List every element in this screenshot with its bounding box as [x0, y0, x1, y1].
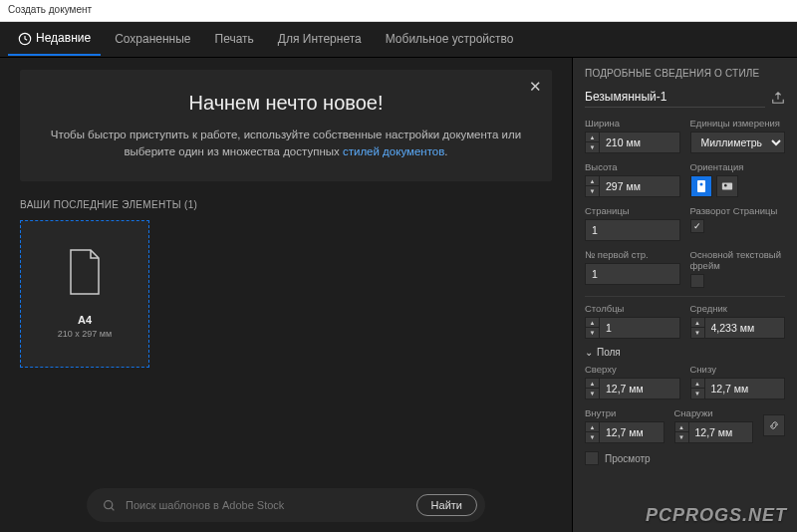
preview-checkbox[interactable]: [585, 451, 599, 465]
tab-web[interactable]: Для Интернета: [268, 24, 372, 56]
units-select[interactable]: Миллиметры: [690, 132, 786, 153]
margin-inside-label: Внутри: [585, 407, 664, 418]
height-stepper[interactable]: ▲▼: [585, 175, 680, 197]
tab-print[interactable]: Печать: [205, 24, 264, 56]
margins-toggle[interactable]: ⌄Поля: [585, 347, 785, 358]
pages-label: Страницы: [585, 205, 680, 216]
svg-point-5: [724, 184, 727, 187]
height-input[interactable]: [600, 180, 679, 192]
tab-mobile[interactable]: Мобильное устройство: [376, 24, 524, 56]
margin-outside-label: Снаружи: [674, 407, 754, 418]
margin-top-input[interactable]: [600, 383, 679, 395]
margin-inside-input[interactable]: [600, 426, 664, 438]
units-label: Единицы измерения: [690, 118, 786, 129]
textframe-checkbox[interactable]: [690, 274, 704, 288]
facing-label: Разворот Страницы: [690, 205, 786, 216]
link-margins-icon[interactable]: [763, 414, 785, 436]
gutter-input[interactable]: [705, 322, 785, 334]
category-tabs: Недавние Сохраненные Печать Для Интернет…: [0, 22, 797, 58]
margin-outside-input[interactable]: [689, 426, 753, 438]
height-label: Высота: [585, 161, 680, 172]
find-button[interactable]: Найти: [416, 494, 477, 516]
margin-bottom-stepper[interactable]: ▲▼: [690, 378, 786, 399]
search-bar: Найти: [87, 488, 485, 522]
width-stepper[interactable]: ▲▼: [585, 132, 680, 153]
columns-label: Столбцы: [585, 303, 680, 314]
pages-stepper[interactable]: [585, 219, 680, 241]
gutter-label: Средник: [690, 303, 786, 314]
startpage-stepper[interactable]: [585, 263, 680, 285]
window-titlebar: Создать документ: [0, 0, 797, 22]
svg-rect-2: [697, 180, 705, 192]
margin-top-label: Сверху: [585, 364, 680, 375]
margin-top-stepper[interactable]: ▲▼: [585, 378, 680, 399]
width-input[interactable]: [600, 136, 679, 148]
details-header: ПОДРОБНЫЕ СВЕДЕНИЯ О СТИЛЕ: [585, 68, 785, 79]
chevron-down-icon: ⌄: [585, 347, 593, 358]
save-preset-icon[interactable]: [771, 91, 785, 105]
margin-bottom-label: Снизу: [690, 364, 786, 375]
width-label: Ширина: [585, 118, 680, 129]
margin-outside-stepper[interactable]: ▲▼: [674, 421, 754, 443]
welcome-panel: ✕ Начнем нечто новое! Чтобы быстро прист…: [20, 70, 552, 181]
textframe-label: Основной текстовый фрейм: [690, 249, 786, 271]
svg-point-1: [105, 500, 113, 508]
search-input[interactable]: [126, 499, 406, 511]
clock-icon: [18, 32, 32, 46]
close-icon[interactable]: ✕: [529, 78, 542, 96]
preset-dimensions: 210 x 297 мм: [58, 329, 112, 339]
search-icon: [103, 499, 116, 512]
welcome-text: Чтобы быстро приступить к работе, исполь…: [48, 127, 524, 161]
preset-name-input[interactable]: [585, 87, 765, 108]
orientation-portrait[interactable]: [690, 175, 712, 197]
welcome-title: Начнем нечто новое!: [48, 92, 524, 115]
details-panel: ПОДРОБНЫЕ СВЕДЕНИЯ О СТИЛЕ Ширина ▲▼ Еди…: [572, 58, 797, 532]
orientation-label: Ориентация: [690, 161, 786, 172]
gutter-stepper[interactable]: ▲▼: [690, 317, 786, 339]
orientation-landscape[interactable]: [716, 175, 738, 197]
margin-bottom-input[interactable]: [705, 383, 785, 395]
pages-input[interactable]: [586, 224, 679, 236]
preset-title: A4: [78, 314, 92, 326]
preset-card-a4[interactable]: A4 210 x 297 мм: [20, 220, 149, 368]
facing-checkbox[interactable]: ✓: [690, 219, 704, 233]
columns-input[interactable]: [600, 322, 679, 334]
startpage-input[interactable]: [586, 268, 679, 280]
preview-label: Просмотр: [605, 453, 651, 464]
startpage-label: № первой стр.: [585, 249, 680, 260]
svg-point-3: [699, 183, 702, 186]
recent-section-label: ВАШИ ПОСЛЕДНИЕ ЭЛЕМЕНТЫ (1): [20, 199, 552, 210]
page-icon: [66, 248, 104, 296]
tab-saved[interactable]: Сохраненные: [105, 24, 200, 56]
doc-styles-link[interactable]: стилей документов: [343, 145, 444, 157]
tab-recent[interactable]: Недавние: [8, 23, 101, 56]
margin-inside-stepper[interactable]: ▲▼: [585, 421, 664, 443]
columns-stepper[interactable]: ▲▼: [585, 317, 680, 339]
svg-rect-4: [721, 183, 731, 190]
